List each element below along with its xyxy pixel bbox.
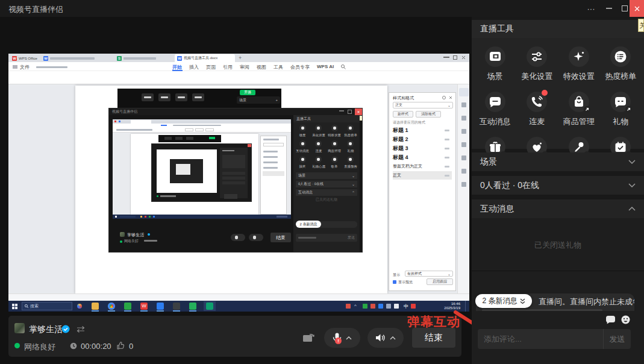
nested-avatar bbox=[120, 232, 125, 237]
gift-bubble-icon bbox=[610, 92, 631, 112]
source-button bbox=[175, 93, 187, 101]
tool-icon bbox=[315, 140, 322, 147]
placeholder-blur bbox=[298, 237, 316, 239]
nested-tools-header: 直播工具 bbox=[293, 115, 360, 122]
taskbar-folder-icon bbox=[92, 303, 99, 310]
nested-verified-badge bbox=[148, 233, 150, 236]
speaker-button[interactable] bbox=[367, 328, 404, 348]
tool-icon bbox=[331, 156, 338, 163]
tool-beauty[interactable]: 美化设置 bbox=[516, 42, 558, 87]
tool-effects[interactable]: 特效设置 bbox=[558, 42, 600, 87]
mini-maximize-icon bbox=[453, 55, 457, 60]
tool-gifts[interactable]: 礼物 bbox=[600, 87, 642, 132]
active-strip-tool bbox=[459, 88, 469, 96]
underline bbox=[173, 310, 180, 312]
dot bbox=[145, 216, 146, 218]
tool-product-management[interactable]: 商品管理 bbox=[558, 87, 600, 132]
nested-speaker-pill bbox=[249, 234, 263, 241]
shopping-bag-icon bbox=[569, 92, 589, 112]
tray-icon bbox=[370, 304, 375, 309]
nested-bottom-bar: 掌够生活 网络良好 结束 bbox=[113, 229, 293, 249]
chevron-up-icon bbox=[346, 336, 352, 340]
item-mark bbox=[445, 157, 449, 158]
nested-duration-blur bbox=[144, 240, 157, 242]
section-scene[interactable]: 场景 bbox=[472, 152, 644, 171]
tool-interactive-messages[interactable]: 互动消息 bbox=[474, 87, 516, 132]
comment-input[interactable] bbox=[478, 329, 603, 349]
tool-scene[interactable]: 场景 bbox=[474, 42, 516, 87]
taskbar-app-icon bbox=[206, 303, 213, 310]
emoji-icon[interactable] bbox=[621, 315, 630, 324]
underline bbox=[189, 310, 196, 312]
live-preview-canvas[interactable]: W WPS Office W S W 视频号直播工具.docx + bbox=[8, 54, 469, 312]
double-chevron-down-icon bbox=[520, 298, 525, 304]
send-button[interactable]: 发送 bbox=[603, 329, 631, 349]
panel-divider bbox=[472, 271, 644, 271]
ribbon-tab-review: 审阅 bbox=[240, 64, 249, 71]
stream-duration: 00:00:20 bbox=[81, 342, 111, 351]
wps-active-doc-tab: W 视频号直播工具.docx bbox=[175, 54, 235, 62]
row-blur bbox=[222, 177, 245, 180]
thumbs-up-icon bbox=[117, 342, 125, 350]
strip-icon bbox=[461, 169, 466, 174]
nested-wps-tabbar bbox=[113, 119, 291, 124]
text-blur bbox=[116, 129, 152, 131]
row-blur bbox=[222, 172, 245, 175]
new-style-button: 新样式 bbox=[393, 111, 413, 118]
strip-icon bbox=[461, 155, 466, 160]
style-item: 标题 2 bbox=[393, 135, 452, 143]
scene-monitor-icon bbox=[485, 46, 505, 67]
nested-new-messages-pill: 2 条新消息 bbox=[296, 221, 321, 228]
level4-echo bbox=[170, 159, 203, 183]
ribbon-tab-reference: 引用 bbox=[223, 64, 233, 71]
text-blur bbox=[160, 195, 176, 197]
tool-icon bbox=[315, 156, 322, 163]
strip-icon bbox=[461, 102, 466, 107]
close-icon bbox=[634, 6, 640, 11]
strip-icon bbox=[461, 116, 466, 121]
ribbon-tab-member: 会员专享 bbox=[290, 64, 310, 71]
style-item: 标题 3 bbox=[393, 144, 452, 152]
gallery-box bbox=[195, 128, 204, 131]
right-tool-strip bbox=[457, 84, 469, 293]
doc-icon: W bbox=[43, 56, 48, 61]
nested-section: 互动消息⌃ bbox=[296, 189, 357, 196]
cortana-icon bbox=[77, 304, 82, 309]
nested-close-button: ✕ bbox=[355, 108, 362, 115]
item-mark bbox=[445, 130, 449, 131]
section-interactive-messages[interactable]: 互动消息 bbox=[472, 199, 644, 218]
end-stream-button[interactable]: 结束 bbox=[412, 328, 455, 348]
wps-menu-row: 文件 开始 插入 页面 引用 审阅 视图 工具 会员专享 WPS AI bbox=[8, 62, 469, 71]
microphone-button[interactable]: ! bbox=[324, 328, 360, 348]
like-count: 0 bbox=[129, 342, 133, 351]
chevron-up-icon bbox=[628, 207, 636, 211]
mini-minimize-icon bbox=[443, 57, 449, 58]
dot bbox=[140, 216, 142, 218]
nested-end-button: 结束 bbox=[270, 233, 291, 242]
tool-mic-connect[interactable]: 连麦 bbox=[516, 87, 558, 132]
tool-ranking[interactable]: 热度榜单 bbox=[600, 42, 642, 87]
close-button[interactable] bbox=[630, 0, 644, 17]
section-viewers[interactable]: 0人看过 · 0在线 bbox=[472, 176, 644, 195]
app-title: 视频号直播伴侣 bbox=[8, 4, 63, 15]
current-style-combo: 正文⌄ bbox=[393, 102, 453, 108]
verified-badge-icon bbox=[61, 325, 70, 333]
rotate-screen-icon[interactable] bbox=[302, 332, 317, 343]
search-icon bbox=[341, 64, 346, 69]
tool-icon bbox=[347, 125, 354, 131]
gift-closed-note: 已关闭送礼物 bbox=[472, 240, 644, 251]
swap-account-icon[interactable] bbox=[76, 326, 86, 333]
new-tab-button: + bbox=[239, 55, 242, 61]
tray-icon bbox=[363, 304, 367, 309]
go-live-button-mini: 开播 bbox=[240, 90, 255, 95]
level3-window bbox=[152, 144, 251, 201]
nested-network-status: 网络良好 bbox=[124, 239, 139, 244]
comment-bubble-icon[interactable] bbox=[605, 315, 616, 324]
level5-echo bbox=[176, 164, 190, 175]
new-messages-pill[interactable]: 2 条新消息 bbox=[475, 294, 532, 308]
external-arrow-badge bbox=[584, 106, 590, 113]
network-status-dot bbox=[14, 343, 20, 348]
chevron-down-icon bbox=[628, 183, 636, 187]
nested-more-icon bbox=[339, 110, 344, 111]
more-menu-button[interactable]: ··· bbox=[582, 0, 600, 17]
